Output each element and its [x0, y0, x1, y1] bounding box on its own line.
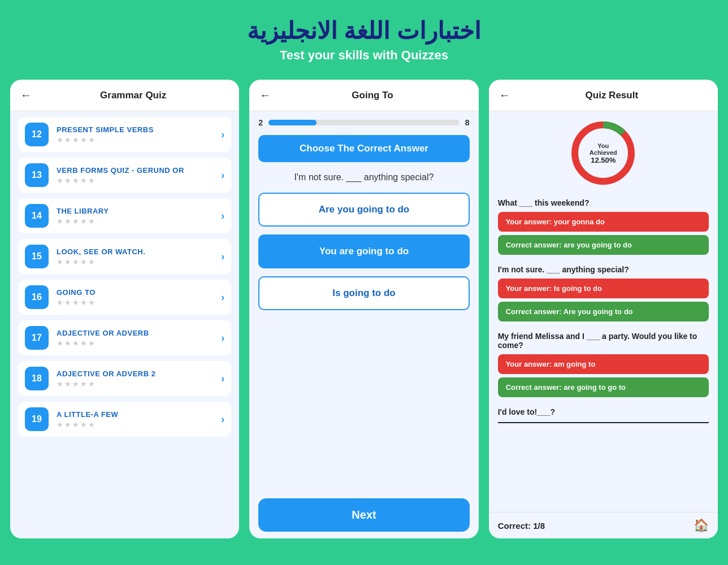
- quiz-item-number: 17: [25, 326, 49, 350]
- quiz-item-arrow: ›: [221, 210, 224, 222]
- correct-answer-bar: Correct answer: Are you going to do: [498, 302, 709, 321]
- quiz-item-info: GOING TO★★★★★: [57, 288, 221, 307]
- quiz-item-stars: ★★★★★: [57, 136, 221, 144]
- quiz-item-stars: ★★★★★: [57, 258, 221, 266]
- correct-answer-bar: Correct answer: are going to go to: [498, 377, 709, 397]
- quiz-item-info: ADJECTIVE OR ADVERB 2★★★★★: [57, 370, 221, 388]
- star-icon: ★: [57, 217, 63, 225]
- left-back-arrow[interactable]: ←: [20, 89, 32, 102]
- star-icon: ★: [64, 339, 71, 347]
- star-icon: ★: [88, 420, 95, 429]
- app-subtitle-english: Test your skills with Quizzes: [11, 48, 717, 63]
- quiz-list-item[interactable]: 19A LITTLE-A FEW★★★★★›: [18, 402, 231, 437]
- next-button[interactable]: Next: [258, 498, 469, 532]
- star-icon: ★: [64, 258, 71, 266]
- footer-row: Correct: 1/8 🏠: [489, 512, 718, 538]
- correct-answer-bar: Correct answer: are you going to do: [498, 235, 709, 255]
- progress-row: 2 8: [258, 118, 469, 127]
- right-panel-title: Quiz Result: [516, 90, 708, 101]
- quiz-item-info: VERB FORMS QUIZ - GERUND OR★★★★★: [57, 166, 221, 185]
- cta-button[interactable]: Choose The Correct Answer: [258, 135, 469, 162]
- quiz-item-number: 14: [25, 204, 49, 228]
- your-answer-bar: Your answer: Is going to do: [498, 279, 709, 298]
- quiz-list-item[interactable]: 16GOING TO★★★★★›: [18, 280, 231, 315]
- star-icon: ★: [72, 298, 79, 307]
- star-icon: ★: [88, 380, 95, 388]
- star-icon: ★: [64, 217, 71, 225]
- progress-end: 8: [465, 118, 470, 127]
- progress-bar-container: [268, 120, 460, 125]
- quiz-list-item[interactable]: 18ADJECTIVE OR ADVERB 2★★★★★›: [18, 361, 231, 396]
- quiz-item-stars: ★★★★★: [57, 176, 221, 185]
- star-icon: ★: [64, 420, 71, 429]
- quiz-item-arrow: ›: [221, 251, 224, 263]
- middle-panel-title: Going To: [276, 90, 468, 101]
- star-icon: ★: [72, 380, 79, 388]
- star-icon: ★: [72, 136, 79, 144]
- star-icon: ★: [57, 339, 63, 347]
- quiz-list: 12PRESENT SIMPLE VERBS★★★★★›13VERB FORMS…: [10, 111, 239, 538]
- quiz-list-item[interactable]: 13VERB FORMS QUIZ - GERUND OR★★★★★›: [18, 158, 231, 193]
- star-icon: ★: [72, 258, 79, 266]
- quiz-item-stars: ★★★★★: [57, 217, 221, 225]
- quiz-list-item[interactable]: 14THE LIBRARY★★★★★›: [18, 198, 231, 233]
- answer-option[interactable]: Are you going to do: [258, 193, 469, 227]
- app-header: اختبارات اللغة الانجليزية Test your skil…: [0, 0, 728, 74]
- partial-bar: [498, 420, 709, 423]
- quiz-list-item[interactable]: 12PRESENT SIMPLE VERBS★★★★★›: [18, 117, 231, 152]
- quiz-item-title: A LITTLE-A FEW: [57, 410, 221, 419]
- quiz-item-info: PRESENT SIMPLE VERBS★★★★★: [57, 125, 221, 144]
- quiz-list-item[interactable]: 15LOOK, SEE OR WATCH.★★★★★›: [18, 239, 231, 274]
- middle-back-arrow[interactable]: ←: [259, 89, 271, 102]
- quiz-item-title: PRESENT SIMPLE VERBS: [57, 125, 221, 134]
- quiz-item-title: LOOK, SEE OR WATCH.: [57, 247, 221, 256]
- quiz-item-number: 18: [25, 367, 49, 390]
- quiz-item-stars: ★★★★★: [57, 420, 221, 429]
- question-text: I'm not sure. ___ anything special?: [258, 172, 469, 182]
- home-icon[interactable]: 🏠: [694, 518, 709, 533]
- star-icon: ★: [80, 258, 87, 266]
- answer-option[interactable]: Is going to do: [258, 276, 469, 310]
- result-block: I'm not sure. ___ anything special?Your …: [498, 265, 709, 321]
- star-icon: ★: [64, 380, 71, 388]
- star-icon: ★: [57, 298, 63, 307]
- star-icon: ★: [88, 339, 95, 347]
- star-icon: ★: [64, 136, 71, 144]
- partial-result-block: I'd love to!___?: [498, 407, 709, 423]
- star-icon: ★: [72, 217, 79, 225]
- result-blocks-container: What ___ this weekend?Your answer: your …: [498, 198, 709, 397]
- star-icon: ★: [88, 258, 95, 266]
- donut-text: You Achieved 12.50%: [586, 142, 620, 164]
- quiz-item-info: LOOK, SEE OR WATCH.★★★★★: [57, 247, 221, 266]
- middle-panel-header: ← Going To: [249, 80, 478, 111]
- right-back-arrow[interactable]: ←: [499, 89, 510, 102]
- result-block: What ___ this weekend?Your answer: your …: [498, 198, 709, 255]
- right-panel-header: ← Quiz Result: [489, 80, 718, 111]
- quiz-item-arrow: ›: [221, 292, 224, 303]
- panels-container: ← Grammar Quiz 12PRESENT SIMPLE VERBS★★★…: [0, 74, 728, 549]
- star-icon: ★: [64, 298, 71, 307]
- answer-option[interactable]: You are going to do: [258, 234, 469, 268]
- quiz-item-arrow: ›: [221, 414, 224, 425]
- answer-options: Are you going to doYou are going to doIs…: [258, 193, 469, 318]
- quiz-item-title: THE LIBRARY: [57, 207, 221, 215]
- star-icon: ★: [88, 136, 95, 144]
- star-icon: ★: [88, 176, 95, 185]
- star-icon: ★: [80, 136, 87, 144]
- star-icon: ★: [80, 339, 87, 347]
- quiz-item-arrow: ›: [221, 373, 224, 385]
- right-panel: ← Quiz Result You Achieved 12.50% What: [489, 80, 718, 538]
- quiz-item-arrow: ›: [221, 332, 224, 344]
- star-icon: ★: [80, 176, 87, 185]
- quiz-item-number: 15: [25, 245, 49, 268]
- app-title-arabic: اختبارات اللغة الانجليزية: [11, 17, 717, 45]
- quiz-list-item[interactable]: 17ADJECTIVE OR ADVERB★★★★★›: [18, 320, 231, 355]
- donut-container: You Achieved 12.50%: [498, 119, 709, 187]
- score-label: Correct: 1/8: [498, 521, 545, 531]
- star-icon: ★: [80, 420, 87, 429]
- star-icon: ★: [88, 217, 95, 225]
- quiz-item-title: VERB FORMS QUIZ - GERUND OR: [57, 166, 221, 175]
- left-panel-header: ← Grammar Quiz: [10, 80, 239, 111]
- star-icon: ★: [57, 136, 63, 144]
- result-block: My friend Melissa and I ___ a party. Wou…: [498, 332, 709, 397]
